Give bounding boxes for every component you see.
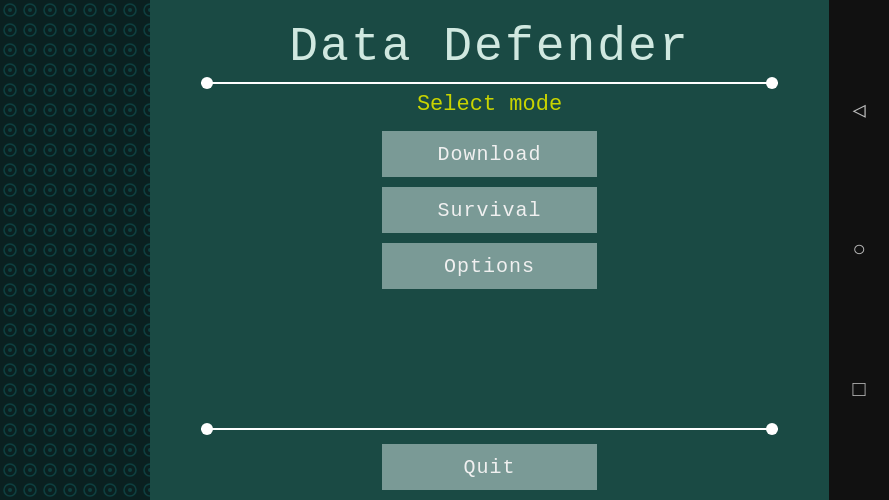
menu-buttons: Download Survival Options <box>150 131 829 289</box>
game-title: Data Defender <box>289 20 689 74</box>
options-button[interactable]: Options <box>382 243 597 289</box>
survival-button[interactable]: Survival <box>382 187 597 233</box>
left-background <box>0 0 150 500</box>
back-icon[interactable]: ◁ <box>841 92 877 128</box>
right-nav-panel: ◁ ○ □ <box>829 0 889 500</box>
quit-button[interactable]: Quit <box>382 444 597 490</box>
top-divider <box>201 82 778 84</box>
main-panel: Data Defender Select mode Download Survi… <box>150 0 829 500</box>
circle-icon[interactable]: ○ <box>841 232 877 268</box>
bottom-divider <box>201 428 778 430</box>
select-mode-label: Select mode <box>417 92 562 117</box>
download-button[interactable]: Download <box>382 131 597 177</box>
square-icon[interactable]: □ <box>841 372 877 408</box>
